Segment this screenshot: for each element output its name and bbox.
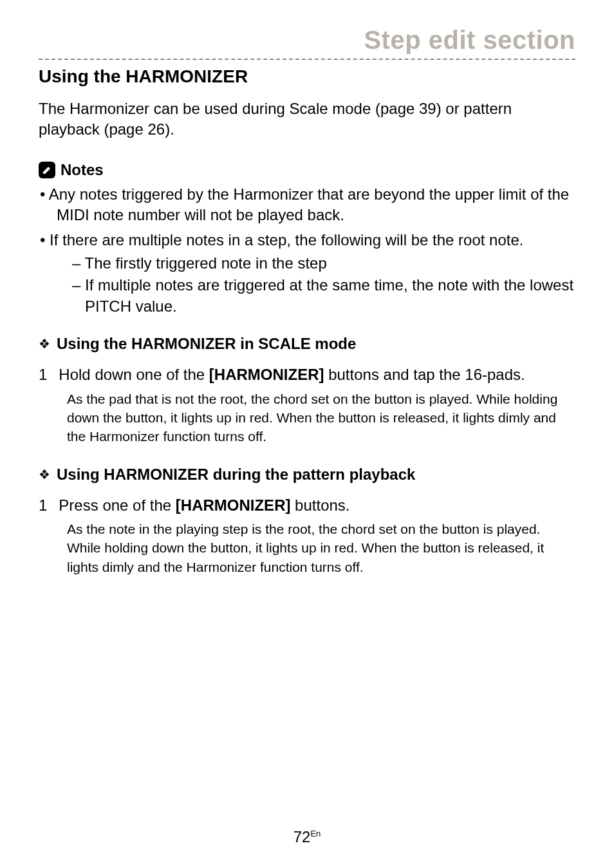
harmonizer-bold: [HARMONIZER] [209,366,324,383]
main-heading: Using the HARMONIZER [39,66,575,87]
note-text: If there are multiple notes in a step, t… [50,231,523,249]
intro-paragraph: The Harmonizer can be used during Scale … [39,99,575,140]
step-text-pre: Hold down one of the [59,366,209,383]
step-number: 1 [39,495,47,516]
step-text: Hold down one of the [HARMONIZER] button… [59,364,575,385]
step-body: As the note in the playing step is the r… [67,520,575,576]
step-text-post: buttons. [290,496,349,514]
list-item: Any notes triggered by the Harmonizer th… [40,184,575,226]
step-text: Press one of the [HARMONIZER] buttons. [59,495,575,516]
page-lang: En [310,829,321,838]
notes-list: Any notes triggered by the Harmonizer th… [39,184,575,317]
step-text-post: buttons and tap the 16-pads. [324,366,525,383]
diamond-icon: ❖ [39,337,50,350]
step-row: 1 Hold down one of the [HARMONIZER] butt… [39,364,575,385]
page-number: 72 [293,828,311,845]
sub-heading-row: ❖ Using the HARMONIZER in SCALE mode [39,335,575,353]
sub-list: The firstly triggered note in the step I… [57,253,575,317]
page-footer: 72En [0,828,614,846]
harmonizer-bold: [HARMONIZER] [176,496,291,514]
diamond-icon: ❖ [39,468,50,481]
step-row: 1 Press one of the [HARMONIZER] buttons. [39,495,575,516]
notes-label: Notes [60,161,104,179]
note-text: Any notes triggered by the Harmonizer th… [49,185,569,223]
list-item: If there are multiple notes in a step, t… [40,230,575,317]
sub-heading-playback: Using HARMONIZER during the pattern play… [57,466,415,484]
step-body: As the pad that is not the root, the cho… [67,390,575,446]
step-text-pre: Press one of the [59,496,175,514]
page-header-title: Step edit section [39,26,575,55]
step-number: 1 [39,364,47,385]
list-item: If multiple notes are triggered at the s… [72,275,575,317]
pencil-note-icon [39,162,55,178]
dashed-divider [39,59,575,60]
page: Step edit section Using the HARMONIZER T… [0,0,614,868]
notes-heading-row: Notes [39,161,575,179]
sub-heading-row: ❖ Using HARMONIZER during the pattern pl… [39,466,575,484]
sub-heading-scale: Using the HARMONIZER in SCALE mode [57,335,356,353]
list-item: The firstly triggered note in the step [72,253,575,274]
